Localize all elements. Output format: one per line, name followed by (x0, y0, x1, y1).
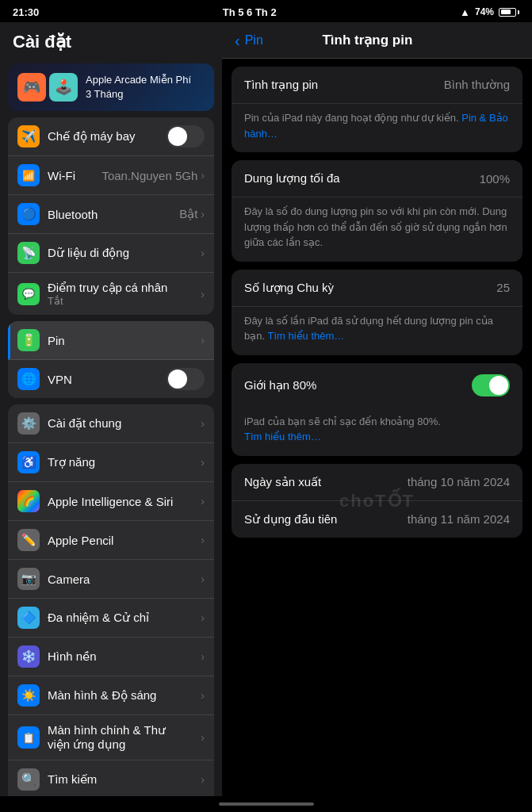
limit80-toggle-row: Giới hạn 80% (232, 363, 522, 408)
right-content: Tình trạng pin Bình thường Pin của iPad … (222, 59, 532, 796)
airplane-label: Chế độ máy bay (48, 129, 166, 144)
nav-header: ‹ Pin Tình trạng pin (222, 22, 532, 59)
arcade-icon-1: 🎮 (17, 73, 46, 102)
sidebar-item-airplane[interactable]: ✈️ Chế độ máy bay (8, 117, 214, 156)
cycle-count-link[interactable]: Tìm hiểu thêm… (267, 330, 344, 342)
battery-health-desc: Pin của iPad này đang hoạt động như dự k… (232, 104, 522, 152)
limit80-desc: iPad của bạn sẽ chỉ sạc đến khoảng 80%. … (232, 408, 522, 456)
sidebar-item-display[interactable]: ☀️ Màn hình & Độ sáng › (8, 676, 214, 715)
sidebar-item-multitask[interactable]: 🔷 Đa nhiệm & Cử chỉ › (8, 599, 214, 638)
home-bar (219, 802, 314, 806)
sidebar-item-pencil[interactable]: ✏️ Apple Pencil › (8, 521, 214, 560)
max-capacity-row: Dung lượng tối đa 100% (232, 160, 522, 197)
sidebar-item-search[interactable]: 🔍 Tìm kiếm › (8, 760, 214, 796)
hotspot-label-wrap: Điểm truy cập cá nhân Tắt (48, 281, 201, 307)
display-icon: ☀️ (17, 684, 40, 707)
homescreen-label2: viện ứng dụng (48, 737, 201, 752)
wallpaper-icon: ❄️ (17, 645, 40, 668)
sidebar-item-accessibility[interactable]: ♿ Trợ năng › (8, 443, 214, 482)
cycle-count-label: Số lượng Chu kỳ (244, 281, 334, 295)
bluetooth-label: Bluetooth (48, 208, 179, 221)
vpn-toggle[interactable] (166, 368, 205, 390)
camera-label: Camera (48, 573, 201, 586)
arcade-banner[interactable]: 🎮 🕹️ Apple Arcade Miễn Phí3 Tháng (8, 63, 214, 111)
limit80-link[interactable]: Tìm hiểu thêm… (244, 431, 321, 442)
homescreen-label: Màn hình chính & Thư (48, 723, 201, 737)
display-chevron: › (201, 689, 205, 702)
battery-health-row: Tình trạng pin Bình thường (232, 67, 522, 104)
settings-group-battery: 🔋 Pin › 🌐 VPN (8, 321, 214, 398)
search-icon: 🔍 (17, 768, 40, 791)
cycle-count-row: Số lượng Chu kỳ 25 (232, 270, 522, 307)
sidebar-item-wifi[interactable]: 📶 Wi-Fi Toan.Nguyen 5Gh › (8, 156, 214, 195)
multitask-label: Đa nhiệm & Cử chỉ (48, 611, 201, 625)
sidebar-item-bluetooth[interactable]: 🔵 Bluetooth Bật › (8, 195, 214, 234)
wifi-chevron: › (201, 169, 205, 182)
hotspot-chevron: › (201, 288, 205, 301)
wifi-label: Wi-Fi (48, 169, 101, 182)
accessibility-chevron: › (201, 456, 205, 469)
back-chevron-icon: ‹ (235, 33, 240, 48)
sidebar-item-cellular[interactable]: 📡 Dữ liệu di động › (8, 234, 214, 273)
general-icon: ⚙️ (17, 412, 40, 435)
limit80-label: Giới hạn 80% (244, 378, 316, 393)
homescreen-icon: 📋 (17, 726, 40, 749)
max-capacity-label: Dung lượng tối đa (244, 171, 340, 186)
battery-label: Pin (48, 334, 201, 347)
sidebar: Cài đặt 🎮 🕹️ Apple Arcade Miễn Phí3 Thán… (0, 22, 222, 796)
multitask-chevron: › (201, 611, 205, 624)
accessibility-label: Trợ năng (48, 455, 201, 469)
bluetooth-chevron: › (201, 208, 205, 220)
mfg-date-label: Ngày sản xuất (244, 475, 321, 489)
sidebar-item-general[interactable]: ⚙️ Cài đặt chung › (8, 404, 214, 443)
general-chevron: › (201, 417, 205, 430)
siri-label: Apple Intelligence & Siri (48, 495, 201, 508)
sidebar-title: Cài đặt (0, 22, 222, 57)
cycle-count-value: 25 (496, 281, 510, 294)
sidebar-item-siri[interactable]: 🌈 Apple Intelligence & Siri › (8, 482, 214, 521)
arcade-icons: 🎮 🕹️ (17, 73, 78, 102)
battery-chevron: › (201, 334, 205, 347)
sidebar-item-wallpaper[interactable]: ❄️ Hình nền › (8, 638, 214, 676)
limit80-card: Giới hạn 80% iPad của bạn sẽ chỉ sạc đến… (232, 363, 522, 456)
sidebar-item-vpn[interactable]: 🌐 VPN (8, 360, 214, 398)
cycle-count-desc: Đây là số lần iPad đã sử dụng hết dung l… (232, 307, 522, 355)
settings-group-misc: ⚙️ Cài đặt chung › ♿ Trợ năng › 🌈 Apple … (8, 404, 214, 796)
multitask-icon: 🔷 (17, 607, 40, 629)
hotspot-label: Điểm truy cập cá nhân (48, 281, 201, 295)
wifi-icon: ▲ (460, 6, 470, 18)
battery-settings-icon: 🔋 (17, 329, 40, 351)
pencil-icon: ✏️ (17, 529, 40, 551)
camera-icon: 📷 (17, 568, 40, 590)
wallpaper-chevron: › (201, 650, 205, 663)
right-panel-title: Tình trạng pin (263, 32, 472, 48)
general-label: Cài đặt chung (48, 416, 201, 431)
mfg-date-value: tháng 10 năm 2024 (408, 475, 510, 488)
airplane-toggle[interactable] (166, 125, 205, 147)
max-capacity-value: 100% (480, 172, 510, 186)
cellular-chevron: › (201, 247, 205, 259)
sidebar-item-hotspot[interactable]: 💬 Điểm truy cập cá nhân Tắt › (8, 273, 214, 315)
pencil-chevron: › (201, 534, 205, 546)
back-button[interactable]: ‹ Pin (235, 33, 263, 48)
battery-health-link[interactable]: Pin & Bảo hành… (244, 112, 508, 140)
cellular-icon: 📡 (17, 242, 40, 264)
wifi-value: Toan.Nguyen 5Gh (101, 169, 197, 182)
cycle-count-card: Số lượng Chu kỳ 25 Đây là số lần iPad đã… (232, 270, 522, 355)
sidebar-item-homescreen[interactable]: 📋 Màn hình chính & Thư viện ứng dụng › (8, 715, 214, 760)
pencil-label: Apple Pencil (48, 534, 201, 547)
vpn-label: VPN (48, 373, 166, 386)
limit80-toggle[interactable] (472, 374, 510, 396)
sidebar-item-battery[interactable]: 🔋 Pin › (8, 321, 214, 360)
hotspot-sub: Tắt (48, 295, 201, 307)
siri-chevron: › (201, 495, 205, 508)
bluetooth-icon: 🔵 (17, 203, 40, 225)
mfg-date-row: Ngày sản xuất tháng 10 năm 2024 (232, 464, 522, 501)
settings-group-connectivity: ✈️ Chế độ máy bay 📶 Wi-Fi Toan.Nguyen 5G… (8, 117, 214, 315)
first-use-label: Sử dụng đầu tiên (244, 512, 337, 527)
search-chevron: › (201, 773, 205, 786)
sidebar-item-camera[interactable]: 📷 Camera › (8, 560, 214, 599)
status-bar: 21:30 Th 5 6 Th 2 ▲ 74% (0, 0, 532, 22)
right-panel: ‹ Pin Tình trạng pin Tình trạng pin Bình… (222, 22, 532, 796)
camera-chevron: › (201, 573, 205, 585)
